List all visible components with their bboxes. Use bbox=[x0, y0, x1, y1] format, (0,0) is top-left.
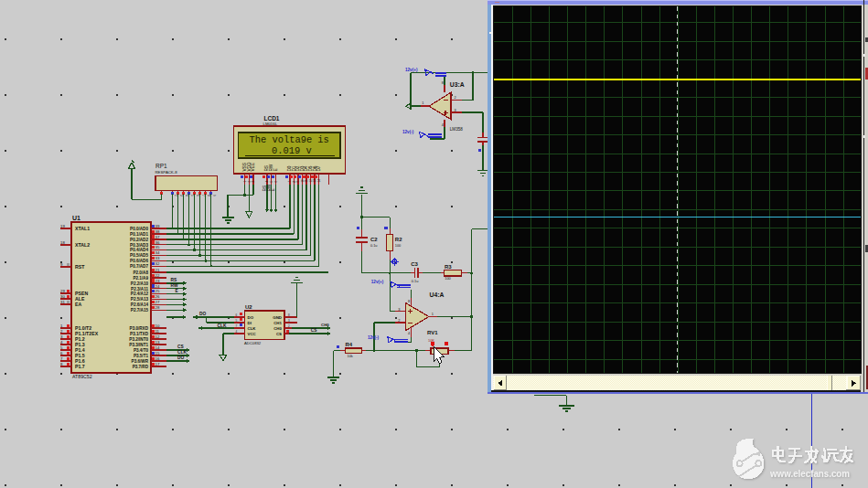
svg-text:16: 16 bbox=[155, 356, 160, 361]
svg-text:DI: DI bbox=[248, 321, 252, 325]
svg-text:19: 19 bbox=[60, 224, 65, 228]
svg-text:11: 11 bbox=[305, 179, 308, 182]
svg-text:25: 25 bbox=[155, 289, 160, 293]
svg-text:21: 21 bbox=[155, 268, 160, 272]
svg-text:P3.2/INT0: P3.2/INT0 bbox=[129, 337, 148, 342]
svg-text:CLK: CLK bbox=[177, 350, 187, 355]
svg-text:R3: R3 bbox=[445, 264, 452, 270]
svg-text:13: 13 bbox=[313, 179, 316, 183]
svg-text:0.1u: 0.1u bbox=[370, 243, 378, 248]
svg-text:24: 24 bbox=[155, 284, 160, 289]
svg-text:18: 18 bbox=[60, 240, 65, 245]
svg-text:P2.1/A9: P2.1/A9 bbox=[133, 276, 148, 281]
svg-text:GND: GND bbox=[273, 315, 282, 320]
svg-text:3: 3 bbox=[455, 108, 456, 112]
svg-text:34: 34 bbox=[155, 250, 160, 255]
svg-text:38: 38 bbox=[155, 229, 160, 234]
svg-text:100: 100 bbox=[445, 276, 451, 281]
svg-text:26: 26 bbox=[155, 294, 160, 299]
svg-text:The volta9e is: The volta9e is bbox=[250, 134, 329, 145]
svg-text:35: 35 bbox=[155, 245, 160, 249]
svg-text:U4:A: U4:A bbox=[430, 292, 445, 298]
svg-text:U1: U1 bbox=[72, 215, 80, 221]
svg-text:CH1: CH1 bbox=[273, 321, 282, 325]
svg-text:P0.6/AD6: P0.6/AD6 bbox=[130, 259, 148, 263]
svg-text:E: E bbox=[271, 188, 275, 191]
svg-text:P0.1/AD1: P0.1/AD1 bbox=[130, 232, 148, 237]
svg-text:RW: RW bbox=[171, 283, 178, 288]
svg-text:0.019 v: 0.019 v bbox=[272, 145, 312, 156]
svg-text:LM358: LM358 bbox=[450, 127, 463, 132]
svg-text:P3.7/RD: P3.7/RD bbox=[133, 365, 149, 369]
svg-text:2: 2 bbox=[398, 318, 400, 323]
svg-text:P2.0/A8: P2.0/A8 bbox=[133, 271, 148, 275]
svg-text:31: 31 bbox=[60, 300, 65, 304]
svg-text:10: 10 bbox=[155, 324, 160, 328]
svg-text:33: 33 bbox=[155, 256, 160, 260]
svg-text:EA: EA bbox=[75, 302, 81, 307]
svg-text:12: 12 bbox=[155, 334, 160, 339]
svg-text:P3.1/TXD: P3.1/TXD bbox=[130, 332, 149, 336]
svg-text:CLK: CLK bbox=[218, 324, 227, 328]
svg-text:11: 11 bbox=[155, 329, 160, 334]
svg-text:37: 37 bbox=[155, 235, 160, 239]
svg-text:12v(-): 12v(-) bbox=[402, 130, 414, 134]
svg-text:13: 13 bbox=[155, 340, 160, 345]
svg-text:DO: DO bbox=[177, 355, 184, 360]
svg-text:17: 17 bbox=[155, 362, 160, 366]
svg-text:RP1: RP1 bbox=[155, 163, 167, 169]
svg-text:ADC0832: ADC0832 bbox=[244, 341, 262, 345]
svg-text:1: 1 bbox=[422, 101, 423, 105]
svg-text:XTAL1: XTAL1 bbox=[75, 226, 90, 231]
svg-text:22: 22 bbox=[155, 273, 160, 278]
svg-text:DO: DO bbox=[248, 315, 254, 320]
svg-text:P2.2/A10: P2.2/A10 bbox=[131, 281, 149, 286]
svg-text:CLK: CLK bbox=[248, 326, 257, 331]
svg-text:P0.4/AD4: P0.4/AD4 bbox=[130, 248, 148, 252]
svg-text:CH0: CH0 bbox=[321, 323, 329, 327]
svg-text:RST: RST bbox=[75, 264, 85, 270]
svg-text:2: 2 bbox=[455, 95, 456, 100]
svg-text:P1.7: P1.7 bbox=[75, 364, 85, 369]
svg-text:C2: C2 bbox=[370, 237, 378, 242]
svg-text:30: 30 bbox=[60, 294, 65, 299]
svg-text:P2.7/A15: P2.7/A15 bbox=[131, 308, 149, 313]
svg-text:8: 8 bbox=[442, 80, 444, 85]
svg-text:P2.6/A14: P2.6/A14 bbox=[131, 302, 149, 307]
svg-text:29: 29 bbox=[60, 289, 65, 293]
svg-text:28: 28 bbox=[155, 305, 160, 310]
svg-text:12v(+): 12v(+) bbox=[405, 68, 418, 72]
svg-text:www.elecfans.com: www.elecfans.com bbox=[769, 467, 850, 479]
svg-text:P0.3/AD3: P0.3/AD3 bbox=[130, 243, 148, 248]
svg-text:LCD1: LCD1 bbox=[264, 115, 280, 122]
svg-text:VEE: VEE bbox=[252, 163, 256, 172]
svg-text:12v(-): 12v(-) bbox=[368, 335, 380, 340]
svg-text:10k: 10k bbox=[348, 354, 353, 358]
svg-text:P2.4/A12: P2.4/A12 bbox=[131, 292, 149, 296]
svg-text:RS: RS bbox=[171, 278, 177, 282]
svg-text:CH0: CH0 bbox=[273, 326, 282, 331]
svg-text:P2.5/A13: P2.5/A13 bbox=[131, 297, 149, 302]
svg-text:P0.0/AD0: P0.0/AD0 bbox=[130, 227, 148, 231]
svg-text:R2: R2 bbox=[395, 237, 402, 242]
svg-text:27: 27 bbox=[155, 300, 160, 304]
svg-text:RESPACK-8: RESPACK-8 bbox=[155, 170, 178, 175]
svg-text:E: E bbox=[273, 168, 278, 171]
svg-text:U3:A: U3:A bbox=[450, 81, 465, 88]
svg-text:0.1u: 0.1u bbox=[412, 279, 419, 283]
svg-text:P2.3/A11: P2.3/A11 bbox=[131, 287, 148, 292]
svg-text:12v(+): 12v(+) bbox=[371, 280, 384, 284]
svg-text:R4: R4 bbox=[346, 342, 353, 347]
svg-text:36: 36 bbox=[155, 240, 160, 245]
svg-text:23: 23 bbox=[155, 279, 160, 283]
svg-text:39: 39 bbox=[155, 224, 160, 228]
svg-text:CS: CS bbox=[311, 328, 317, 333]
svg-text:32: 32 bbox=[155, 261, 160, 266]
svg-text:P3.3/INT1: P3.3/INT1 bbox=[129, 343, 148, 347]
svg-text:14: 14 bbox=[155, 345, 160, 350]
svg-text:VCC: VCC bbox=[248, 332, 257, 336]
svg-text:CS: CS bbox=[276, 332, 282, 336]
svg-text:P0.7/AD7: P0.7/AD7 bbox=[130, 264, 148, 269]
svg-text:1: 1 bbox=[432, 312, 434, 316]
svg-text:P3.4/T0: P3.4/T0 bbox=[134, 348, 149, 353]
